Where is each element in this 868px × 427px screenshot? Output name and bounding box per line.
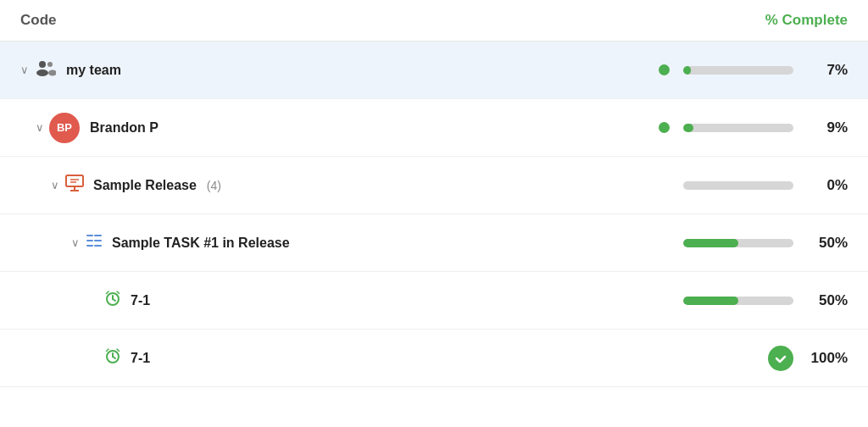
release-icon: [64, 174, 85, 197]
row-label-text: my team: [66, 63, 121, 78]
row-badge: (4): [207, 179, 221, 192]
progress-pct: 7%: [807, 62, 848, 79]
progress-pct: 0%: [807, 177, 848, 194]
svg-point-3: [48, 69, 56, 75]
alarm-icon: [103, 289, 122, 312]
svg-point-0: [39, 61, 46, 68]
row-left-brandon-p: ∨BPBrandon P: [36, 113, 659, 143]
header-code: Code: [20, 12, 57, 29]
row-label: 7-1: [131, 351, 150, 366]
chevron-icon[interactable]: ∨: [20, 64, 29, 76]
task-list-icon: [85, 231, 103, 254]
rows-container: ∨ my team7%∨BPBrandon P9%∨ Sample Releas…: [0, 42, 868, 387]
progress-bar: [683, 181, 793, 190]
progress-pct: 9%: [807, 119, 848, 136]
row-label: Sample Release(4): [93, 178, 221, 193]
progress-bar: [683, 239, 793, 247]
table-row[interactable]: ∨BPBrandon P9%: [0, 99, 868, 157]
svg-line-19: [117, 291, 120, 294]
svg-line-17: [113, 299, 115, 301]
row-left-alarm-1: 7-1: [88, 289, 661, 312]
table-header: Code % Complete: [0, 0, 868, 42]
progress-pct: 100%: [807, 350, 848, 367]
main-table: Code % Complete ∨ my team7%∨BPBrandon P9…: [0, 0, 868, 387]
table-row[interactable]: ∨ Sample TASK #1 in Release50%: [0, 214, 868, 272]
chevron-icon[interactable]: ∨: [36, 121, 44, 134]
row-right-my-team: 7%: [659, 62, 848, 79]
progress-dot: [659, 122, 670, 133]
row-label-text: 7-1: [131, 351, 150, 366]
svg-rect-4: [66, 175, 83, 186]
row-label: 7-1: [131, 293, 150, 308]
svg-line-23: [107, 349, 109, 352]
progress-pct: 50%: [807, 292, 848, 309]
chevron-icon[interactable]: ∨: [51, 179, 59, 191]
table-row[interactable]: 7-1100%: [0, 330, 868, 387]
row-left-alarm-2: 7-1: [88, 347, 661, 369]
progress-bar: [683, 66, 793, 75]
progress-bar: [683, 297, 793, 305]
svg-point-2: [47, 62, 53, 67]
progress-pct: 50%: [807, 235, 848, 252]
row-left-sample-release: ∨ Sample Release(4): [51, 174, 661, 197]
row-right-sample-task-1: 50%: [661, 235, 848, 252]
row-right-alarm-2: 100%: [661, 346, 848, 371]
row-right-alarm-1: 50%: [661, 292, 848, 309]
progress-dot: [659, 64, 670, 75]
svg-line-18: [107, 291, 109, 294]
row-left-my-team: ∨ my team: [20, 58, 659, 82]
svg-line-24: [117, 349, 120, 352]
progress-bar-fill: [683, 297, 738, 305]
row-right-brandon-p: 9%: [659, 119, 848, 136]
table-row[interactable]: ∨ Sample Release(4)0%: [0, 157, 868, 214]
row-label: Brandon P: [90, 120, 159, 136]
team-icon: [34, 58, 56, 82]
table-row[interactable]: 7-150%: [0, 272, 868, 330]
row-label-text: Sample Release: [93, 178, 197, 193]
row-label: my team: [66, 63, 121, 78]
chevron-icon[interactable]: ∨: [71, 236, 80, 249]
row-label-text: Brandon P: [90, 120, 159, 136]
svg-point-1: [36, 69, 48, 76]
row-right-sample-release: 0%: [661, 177, 848, 194]
progress-bar-fill: [683, 239, 738, 247]
svg-line-22: [113, 357, 115, 358]
progress-bar: [683, 124, 793, 132]
row-label-text: 7-1: [131, 293, 150, 308]
header-complete: % Complete: [661, 12, 848, 29]
alarm-icon: [103, 347, 122, 369]
row-label: Sample TASK #1 in Release: [112, 236, 290, 251]
table-row[interactable]: ∨ my team7%: [0, 42, 868, 99]
progress-bar-fill: [683, 66, 691, 75]
row-label-text: Sample TASK #1 in Release: [112, 236, 290, 251]
progress-bar-fill: [683, 124, 693, 132]
avatar: BP: [49, 113, 80, 143]
row-left-sample-task-1: ∨ Sample TASK #1 in Release: [71, 231, 661, 254]
complete-check-icon: [768, 346, 793, 371]
